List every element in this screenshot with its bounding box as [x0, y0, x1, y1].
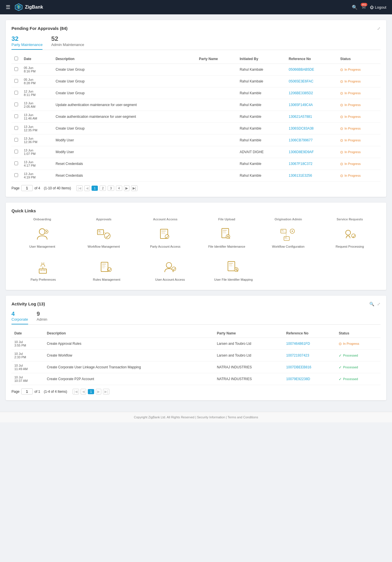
- logout-button[interactable]: ⏻ Logout: [370, 5, 386, 9]
- row-initiated-by: Rahul Kamble: [237, 87, 286, 99]
- expand-icon[interactable]: ⤢: [377, 26, 381, 31]
- ref-link[interactable]: 1306D8E9D9AF: [289, 150, 314, 154]
- row-checkbox[interactable]: [14, 103, 18, 106]
- ref-link[interactable]: 05065E3E6FAC: [289, 79, 313, 83]
- act-prev-page-btn[interactable]: ◀: [81, 389, 86, 394]
- svg-rect-44: [101, 262, 108, 272]
- next-page-btn[interactable]: ▶: [124, 185, 129, 191]
- select-all-header: [11, 54, 21, 64]
- page-1-btn[interactable]: 1: [92, 186, 98, 191]
- row-reference[interactable]: 1306SDC83A38: [286, 123, 337, 134]
- ref-link[interactable]: 1306131E3256: [289, 174, 312, 178]
- select-all-checkbox[interactable]: [14, 57, 18, 60]
- row-checkbox[interactable]: [14, 150, 18, 153]
- act-page-1-btn[interactable]: 1: [88, 389, 94, 394]
- table-row: 13 Jun12:35 PM Create User Group Rahul K…: [11, 123, 381, 134]
- row-description: Update authentication maintenance for us…: [53, 99, 196, 111]
- tab-party-maintenance[interactable]: 32 Party Maintenance: [11, 35, 42, 50]
- ql-party-account-access[interactable]: Party Account Access: [135, 224, 196, 251]
- ql-file-identifier[interactable]: File Identifier Maintenance: [196, 224, 257, 251]
- ql-user-file-identifier[interactable]: User File Identifier Mapping: [202, 257, 265, 284]
- row-reference[interactable]: 1206BE3385D2: [286, 87, 337, 99]
- ql-workflow-configuration-label: Workflow Configuration: [272, 245, 305, 248]
- row-reference[interactable]: 130621A57881: [286, 111, 337, 123]
- svg-rect-17: [161, 233, 165, 234]
- tab-corporate[interactable]: 4 Corporate: [11, 311, 28, 324]
- prev-page-btn[interactable]: ◀: [84, 185, 90, 191]
- row-checkbox[interactable]: [14, 126, 18, 130]
- ql-request-processing[interactable]: Request Processing: [319, 224, 381, 251]
- act-col-reference-no: Reference No: [283, 329, 336, 338]
- row-reference[interactable]: 1306CB799677: [286, 134, 337, 146]
- ql-party-preferences[interactable]: Party Preferences: [11, 257, 75, 284]
- row-party-name: [196, 146, 237, 158]
- svg-point-36: [346, 230, 350, 235]
- row-reference[interactable]: 13065F149C4A: [286, 99, 337, 111]
- page-3-btn[interactable]: 3: [108, 186, 114, 191]
- row-reference[interactable]: 10079E92238D: [283, 373, 336, 385]
- ql-workflow-configuration[interactable]: Workflow Configuration: [257, 224, 319, 251]
- row-party-name: Larsen and Toubro Ltd: [214, 350, 284, 361]
- row-checkbox[interactable]: [14, 79, 18, 83]
- notification-icon[interactable]: ✉ 451: [362, 5, 366, 10]
- ref-link[interactable]: 1306SDC83A38: [289, 126, 314, 130]
- row-reference[interactable]: 1007DBEEB816: [283, 361, 336, 373]
- ql-user-account-access[interactable]: User Account Access: [138, 257, 202, 284]
- last-page-btn[interactable]: ▶|: [131, 185, 137, 191]
- activity-search-icon[interactable]: 🔍: [369, 302, 374, 306]
- ref-link[interactable]: 130621A57881: [289, 115, 312, 119]
- page-4-btn[interactable]: 4: [116, 186, 122, 191]
- row-checkbox[interactable]: [14, 91, 18, 95]
- ref-link[interactable]: 13065F149C4A: [289, 103, 313, 107]
- row-reference[interactable]: 100721937423: [283, 350, 336, 361]
- row-checkbox[interactable]: [14, 67, 18, 71]
- status-badge: ⊙In Progress: [340, 79, 360, 84]
- activity-expand-icon[interactable]: ⤢: [377, 302, 381, 306]
- row-checkbox[interactable]: [14, 114, 18, 118]
- first-page-btn[interactable]: |◀: [76, 185, 83, 191]
- svg-rect-21: [223, 231, 226, 232]
- row-checkbox[interactable]: [14, 138, 18, 142]
- act-last-page-btn[interactable]: ▶|: [103, 389, 109, 394]
- row-reference[interactable]: 1306131E3256: [286, 170, 337, 182]
- act-first-page-btn[interactable]: |◀: [73, 389, 79, 394]
- logout-label: Logout: [375, 5, 386, 9]
- row-reference[interactable]: 13067F18C372: [286, 158, 337, 170]
- table-row: 10 Jul11:49 AM Create Corporate User Lin…: [11, 361, 381, 373]
- activity-log-card: Activity Log (13) 🔍 ⤢ 4 Corporate 9 Admi…: [6, 296, 386, 400]
- page-input[interactable]: [21, 185, 33, 191]
- ref-link[interactable]: 1306CB799677: [289, 138, 313, 142]
- menu-icon[interactable]: ☰: [6, 4, 10, 10]
- row-reference[interactable]: 05065E3E6FAC: [286, 76, 337, 87]
- ref-link[interactable]: 1007464861FD: [286, 342, 310, 346]
- row-reference[interactable]: 05066BBAB5DE: [286, 64, 337, 76]
- ql-workflow-management[interactable]: Workflow Management: [73, 224, 134, 251]
- ref-link[interactable]: 1007DBEEB816: [286, 365, 311, 369]
- row-reference[interactable]: 1007464861FD: [283, 338, 336, 350]
- ql-user-management[interactable]: User Management: [11, 224, 73, 251]
- ref-link[interactable]: 13067F18C372: [289, 162, 313, 166]
- tab-admin-maintenance[interactable]: 52 Admin Maintenance: [51, 35, 84, 50]
- logo-icon: [15, 3, 23, 11]
- ql-rules-management[interactable]: Rules Management: [75, 257, 138, 284]
- svg-rect-33: [285, 237, 287, 238]
- row-checkbox[interactable]: [14, 161, 18, 165]
- act-next-page-btn[interactable]: ▶: [96, 389, 101, 394]
- pending-pagination: Page of 4 (1-10 of 40 Items) |◀ ◀ 1 2 3 …: [11, 185, 381, 191]
- footer-text: Copyright ZigBank Ltd. All Rights Reserv…: [134, 415, 258, 419]
- status-badge: ⊙In Progress: [340, 115, 360, 119]
- row-checkbox[interactable]: [14, 173, 18, 177]
- ref-link[interactable]: 100721937423: [286, 353, 309, 357]
- ref-link[interactable]: 05066BBAB5DE: [289, 68, 314, 72]
- row-reference[interactable]: 1306D8E9D9AF: [286, 146, 337, 158]
- act-page-input[interactable]: [21, 388, 33, 394]
- page-2-btn[interactable]: 2: [100, 186, 106, 191]
- tab-admin[interactable]: 9 Admin: [37, 311, 47, 324]
- row-date: 13 Jun4:17 PM: [21, 158, 53, 170]
- row-description: Create User Group: [53, 123, 196, 134]
- search-icon[interactable]: 🔍: [352, 5, 358, 10]
- pending-approvals-table: Date Description Party Name Initiated By…: [11, 54, 381, 182]
- status-icon: ⊙: [340, 79, 343, 84]
- ref-link[interactable]: 1206BE3385D2: [289, 91, 313, 95]
- ref-link[interactable]: 10079E92238D: [286, 377, 310, 381]
